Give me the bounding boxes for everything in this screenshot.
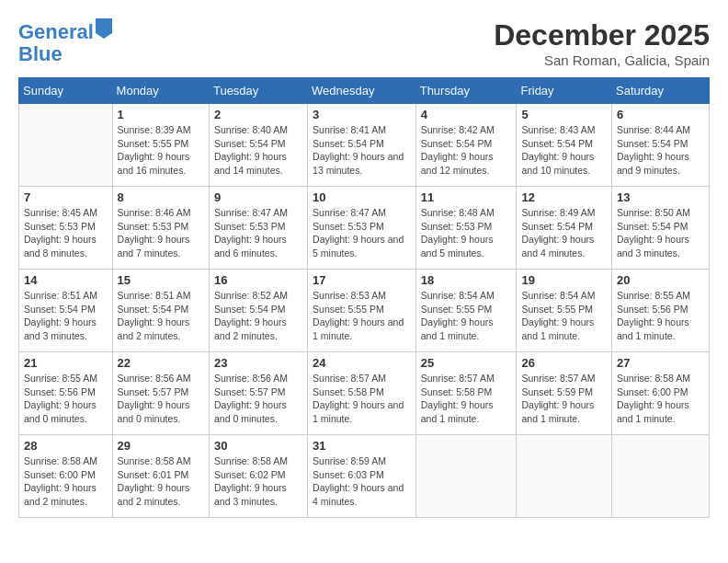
day-info: Sunrise: 8:39 AMSunset: 5:55 PMDaylight:… xyxy=(118,123,204,178)
day-info: Sunrise: 8:42 AMSunset: 5:54 PMDaylight:… xyxy=(421,123,512,178)
day-info: Sunrise: 8:47 AMSunset: 5:53 PMDaylight:… xyxy=(313,206,411,260)
day-number: 30 xyxy=(214,439,302,453)
day-info: Sunrise: 8:56 AMSunset: 5:57 PMDaylight:… xyxy=(214,372,302,426)
calendar-cell: 16Sunrise: 8:52 AMSunset: 5:54 PMDayligh… xyxy=(209,270,307,352)
day-info: Sunrise: 8:57 AMSunset: 5:58 PMDaylight:… xyxy=(421,372,512,426)
day-info: Sunrise: 8:44 AMSunset: 5:54 PMDaylight:… xyxy=(617,123,704,178)
weekday-header-row: SundayMondayTuesdayWednesdayThursdayFrid… xyxy=(19,78,710,104)
day-info: Sunrise: 8:45 AMSunset: 5:53 PMDaylight:… xyxy=(24,206,108,260)
day-number: 31 xyxy=(313,439,411,453)
day-number: 9 xyxy=(214,190,302,204)
day-number: 2 xyxy=(214,108,302,121)
day-number: 8 xyxy=(118,190,204,204)
calendar-cell: 4Sunrise: 8:42 AMSunset: 5:54 PMDaylight… xyxy=(415,104,517,187)
calendar-cell: 15Sunrise: 8:51 AMSunset: 5:54 PMDayligh… xyxy=(112,270,209,352)
logo-blue: Blue xyxy=(18,43,112,65)
day-info: Sunrise: 8:54 AMSunset: 5:55 PMDaylight:… xyxy=(521,289,607,343)
calendar-cell xyxy=(415,435,517,518)
day-info: Sunrise: 8:48 AMSunset: 5:53 PMDaylight:… xyxy=(421,206,512,260)
calendar-cell: 9Sunrise: 8:47 AMSunset: 5:53 PMDaylight… xyxy=(209,187,307,270)
day-info: Sunrise: 8:52 AMSunset: 5:54 PMDaylight:… xyxy=(214,289,302,343)
calendar-cell: 26Sunrise: 8:57 AMSunset: 5:59 PMDayligh… xyxy=(517,352,612,435)
day-info: Sunrise: 8:47 AMSunset: 5:53 PMDaylight:… xyxy=(214,206,302,260)
day-number: 12 xyxy=(521,190,607,204)
day-info: Sunrise: 8:55 AMSunset: 5:56 PMDaylight:… xyxy=(617,289,704,343)
calendar-cell: 17Sunrise: 8:53 AMSunset: 5:55 PMDayligh… xyxy=(308,270,416,352)
day-number: 20 xyxy=(617,273,704,287)
day-number: 25 xyxy=(421,356,512,370)
svg-marker-0 xyxy=(96,18,112,39)
day-info: Sunrise: 8:59 AMSunset: 6:03 PMDaylight:… xyxy=(313,454,411,509)
calendar-cell: 30Sunrise: 8:58 AMSunset: 6:02 PMDayligh… xyxy=(209,435,307,518)
calendar-cell: 18Sunrise: 8:54 AMSunset: 5:55 PMDayligh… xyxy=(415,270,517,352)
page-header: General Blue December 2025 San Roman, Ga… xyxy=(18,18,710,68)
logo-general: General xyxy=(18,20,94,43)
calendar-cell: 24Sunrise: 8:57 AMSunset: 5:58 PMDayligh… xyxy=(308,352,416,435)
day-info: Sunrise: 8:50 AMSunset: 5:54 PMDaylight:… xyxy=(617,206,704,260)
day-info: Sunrise: 8:51 AMSunset: 5:54 PMDaylight:… xyxy=(24,289,108,343)
day-number: 22 xyxy=(118,356,204,370)
day-number: 27 xyxy=(617,356,704,370)
day-info: Sunrise: 8:43 AMSunset: 5:54 PMDaylight:… xyxy=(521,123,607,178)
day-info: Sunrise: 8:57 AMSunset: 5:59 PMDaylight:… xyxy=(521,372,607,426)
day-info: Sunrise: 8:58 AMSunset: 6:02 PMDaylight:… xyxy=(214,454,302,509)
calendar-week-5: 28Sunrise: 8:58 AMSunset: 6:00 PMDayligh… xyxy=(19,435,710,518)
calendar-cell: 31Sunrise: 8:59 AMSunset: 6:03 PMDayligh… xyxy=(308,435,416,518)
day-info: Sunrise: 8:53 AMSunset: 5:55 PMDaylight:… xyxy=(313,289,411,343)
calendar-cell: 12Sunrise: 8:49 AMSunset: 5:54 PMDayligh… xyxy=(517,187,612,270)
weekday-header-saturday: Saturday xyxy=(611,78,709,104)
weekday-header-friday: Friday xyxy=(517,78,612,104)
calendar-cell xyxy=(611,435,709,518)
calendar-cell xyxy=(19,104,113,187)
day-info: Sunrise: 8:56 AMSunset: 5:57 PMDaylight:… xyxy=(118,372,204,426)
calendar-table: SundayMondayTuesdayWednesdayThursdayFrid… xyxy=(18,77,710,518)
day-number: 17 xyxy=(313,273,411,287)
day-number: 29 xyxy=(118,439,204,453)
calendar-cell: 13Sunrise: 8:50 AMSunset: 5:54 PMDayligh… xyxy=(611,187,709,270)
day-number: 28 xyxy=(24,439,108,453)
day-number: 11 xyxy=(421,190,512,204)
calendar-cell xyxy=(517,435,612,518)
day-number: 4 xyxy=(421,108,512,121)
weekday-header-monday: Monday xyxy=(112,78,209,104)
day-number: 13 xyxy=(617,190,704,204)
day-number: 1 xyxy=(118,108,204,121)
calendar-cell: 20Sunrise: 8:55 AMSunset: 5:56 PMDayligh… xyxy=(611,270,709,352)
weekday-header-sunday: Sunday xyxy=(19,78,113,104)
calendar-week-4: 21Sunrise: 8:55 AMSunset: 5:56 PMDayligh… xyxy=(19,352,710,435)
calendar-cell: 3Sunrise: 8:41 AMSunset: 5:54 PMDaylight… xyxy=(308,104,416,187)
calendar-week-1: 1Sunrise: 8:39 AMSunset: 5:55 PMDaylight… xyxy=(19,104,710,187)
day-info: Sunrise: 8:46 AMSunset: 5:53 PMDaylight:… xyxy=(118,206,204,260)
calendar-cell: 27Sunrise: 8:58 AMSunset: 6:00 PMDayligh… xyxy=(611,352,709,435)
weekday-header-tuesday: Tuesday xyxy=(209,78,307,104)
calendar-cell: 11Sunrise: 8:48 AMSunset: 5:53 PMDayligh… xyxy=(415,187,517,270)
day-number: 23 xyxy=(214,356,302,370)
day-info: Sunrise: 8:58 AMSunset: 6:00 PMDaylight:… xyxy=(617,372,704,426)
day-info: Sunrise: 8:49 AMSunset: 5:54 PMDaylight:… xyxy=(521,206,607,260)
location: San Roman, Galicia, Spain xyxy=(494,52,710,68)
day-number: 7 xyxy=(24,190,108,204)
logo: General Blue xyxy=(18,18,112,65)
calendar-cell: 6Sunrise: 8:44 AMSunset: 5:54 PMDaylight… xyxy=(611,104,709,187)
day-number: 10 xyxy=(313,190,411,204)
calendar-cell: 29Sunrise: 8:58 AMSunset: 6:01 PMDayligh… xyxy=(112,435,209,518)
month-title: December 2025 xyxy=(494,18,710,52)
weekday-header-wednesday: Wednesday xyxy=(308,78,416,104)
day-number: 15 xyxy=(118,273,204,287)
calendar-cell: 28Sunrise: 8:58 AMSunset: 6:00 PMDayligh… xyxy=(19,435,113,518)
calendar-cell: 25Sunrise: 8:57 AMSunset: 5:58 PMDayligh… xyxy=(415,352,517,435)
calendar-cell: 22Sunrise: 8:56 AMSunset: 5:57 PMDayligh… xyxy=(112,352,209,435)
title-block: December 2025 San Roman, Galicia, Spain xyxy=(494,18,710,68)
day-number: 6 xyxy=(617,108,704,121)
day-number: 21 xyxy=(24,356,108,370)
calendar-cell: 5Sunrise: 8:43 AMSunset: 5:54 PMDaylight… xyxy=(517,104,612,187)
calendar-cell: 19Sunrise: 8:54 AMSunset: 5:55 PMDayligh… xyxy=(517,270,612,352)
logo-icon xyxy=(96,18,112,39)
calendar-cell: 21Sunrise: 8:55 AMSunset: 5:56 PMDayligh… xyxy=(19,352,113,435)
calendar-week-2: 7Sunrise: 8:45 AMSunset: 5:53 PMDaylight… xyxy=(19,187,710,270)
day-info: Sunrise: 8:58 AMSunset: 6:01 PMDaylight:… xyxy=(118,454,204,509)
calendar-cell: 14Sunrise: 8:51 AMSunset: 5:54 PMDayligh… xyxy=(19,270,113,352)
calendar-cell: 2Sunrise: 8:40 AMSunset: 5:54 PMDaylight… xyxy=(209,104,307,187)
day-number: 16 xyxy=(214,273,302,287)
day-number: 24 xyxy=(313,356,411,370)
